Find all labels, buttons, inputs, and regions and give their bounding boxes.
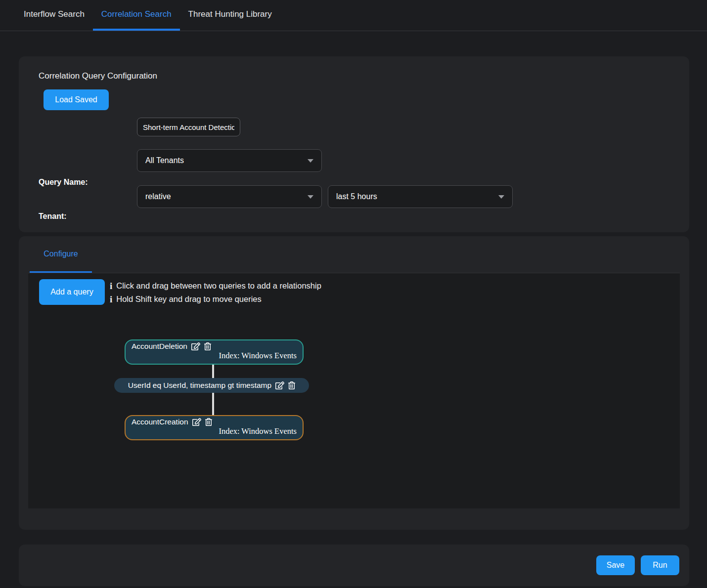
tab-configure[interactable]: Configure	[30, 236, 92, 273]
query-node-index: Index: Windows Events	[132, 426, 297, 436]
time-range-value: last 5 hours	[336, 192, 377, 201]
query-node-name: AccountDeletion	[132, 342, 187, 351]
info-icon: i	[110, 294, 112, 305]
save-button[interactable]: Save	[596, 555, 635, 575]
hint-text: Hold Shift key and drag to move queries	[116, 294, 262, 304]
tenant-label: Tenant:	[39, 212, 67, 221]
query-name-label: Query Name:	[39, 178, 88, 187]
query-node-index: Index: Windows Events	[132, 351, 297, 361]
query-node-account-deletion[interactable]: AccountDeletion Index: Windows Events	[125, 339, 304, 365]
footer-action-panel: Save Run	[19, 545, 689, 586]
time-range-type-select[interactable]: relative	[137, 185, 322, 208]
canvas-hints: i Click and drag between two queries to …	[110, 279, 321, 306]
chevron-down-icon	[308, 195, 313, 199]
relationship-pill[interactable]: UserId eq UserId, timestamp gt timestamp	[114, 378, 309, 393]
tenant-select[interactable]: All Tenants	[137, 149, 322, 172]
tab-correlation-search[interactable]: Correlation Search	[93, 0, 180, 31]
run-button[interactable]: Run	[641, 555, 679, 575]
add-query-button[interactable]: Add a query	[39, 279, 105, 305]
trash-icon[interactable]	[288, 381, 295, 389]
edit-icon[interactable]	[192, 418, 201, 426]
query-node-name: AccountCreation	[132, 418, 188, 426]
configure-panel: Configure Add a query i Click and drag b…	[19, 236, 689, 530]
query-name-input[interactable]	[137, 118, 240, 136]
query-node-account-creation[interactable]: AccountCreation Index: Windows Events	[125, 415, 304, 440]
chevron-down-icon	[498, 195, 504, 199]
load-saved-button[interactable]: Load Saved	[44, 89, 109, 110]
tenant-selected-value: All Tenants	[145, 156, 184, 165]
relationship-label: UserId eq UserId, timestamp gt timestamp	[128, 381, 271, 390]
trash-icon[interactable]	[204, 342, 211, 350]
top-tab-bar: Interflow Search Correlation Search Thre…	[0, 0, 707, 31]
hint-relationship: i Click and drag between two queries to …	[110, 279, 321, 293]
tab-threat-hunting-library[interactable]: Threat Hunting Library	[180, 0, 280, 31]
hint-move: i Hold Shift key and drag to move querie…	[110, 293, 321, 306]
chevron-down-icon	[308, 159, 313, 163]
hint-text: Click and drag between two queries to ad…	[116, 281, 321, 291]
trash-icon[interactable]	[205, 418, 212, 426]
panel-title: Correlation Query Configuration	[39, 71, 157, 81]
query-graph-canvas[interactable]: Add a query i Click and drag between two…	[28, 273, 680, 508]
info-icon: i	[110, 281, 112, 292]
time-range-value-select[interactable]: last 5 hours	[328, 185, 513, 208]
query-configuration-panel: Correlation Query Configuration Load Sav…	[19, 56, 689, 232]
tab-interflow-search[interactable]: Interflow Search	[15, 0, 93, 31]
correlation-search-page: Interflow Search Correlation Search Thre…	[0, 0, 707, 588]
edit-icon[interactable]	[191, 342, 200, 350]
edit-icon[interactable]	[275, 381, 284, 389]
time-range-type-value: relative	[145, 192, 171, 201]
